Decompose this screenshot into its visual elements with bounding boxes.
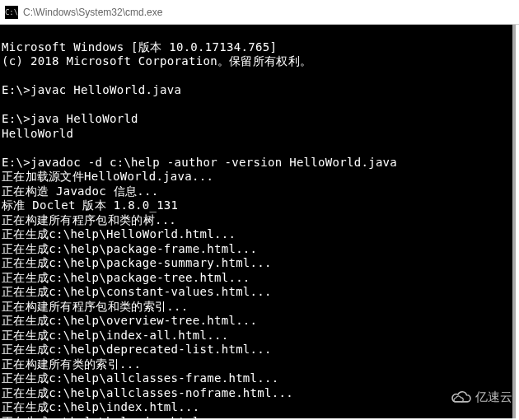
- output-line: 正在构建所有程序包和类的树...: [2, 213, 176, 226]
- output-line: 正在生成c:\help\HelloWorld.html...: [2, 227, 236, 240]
- output-line: 正在生成c:\help\package-summary.html...: [2, 256, 272, 269]
- watermark: 亿速云: [451, 390, 512, 405]
- output-line: 正在生成c:\help\index-all.html...: [2, 329, 228, 342]
- command-line: E:\>java HelloWorld: [2, 112, 138, 125]
- output-line: 正在生成c:\help\deprecated-list.html...: [2, 343, 272, 356]
- output-line: 正在生成c:\help\overview-tree.html...: [2, 314, 257, 327]
- watermark-text: 亿速云: [475, 390, 512, 405]
- cloud-icon: [451, 390, 472, 405]
- title-bar[interactable]: C:\ C:\Windows\System32\cmd.exe: [0, 0, 519, 25]
- command-line: E:\>javac HelloWorld.java: [2, 83, 181, 96]
- output-line: 正在构建所有程序包和类的索引...: [2, 300, 188, 313]
- output-line: 正在生成c:\help\package-tree.html...: [2, 271, 250, 284]
- output-line: 正在构建所有类的索引...: [2, 357, 141, 371]
- output-line: 正在生成c:\help\package-frame.html...: [2, 242, 257, 255]
- command-line: E:\>javadoc -d c:\help -author -version …: [2, 156, 397, 169]
- output-line: 正在生成c:\help\allclasses-noframe.html...: [2, 386, 293, 399]
- cmd-icon: C:\: [5, 6, 18, 19]
- output-line: 正在构造 Javadoc 信息...: [2, 184, 159, 198]
- output-line: 正在加载源文件HelloWorld.java...: [2, 170, 213, 183]
- output-line: 正在生成c:\help\constant-values.html...: [2, 285, 272, 298]
- output-line: (c) 2018 Microsoft Corporation。保留所有权利。: [2, 54, 311, 68]
- output-line: 正在生成c:\help\allclasses-frame.html...: [2, 371, 279, 385]
- window-title: C:\Windows\System32\cmd.exe: [23, 7, 162, 18]
- output-line: 标准 Doclet 版本 1.8.0_131: [2, 198, 178, 212]
- output-line: Microsoft Windows [版本 10.0.17134.765]: [2, 40, 277, 54]
- terminal-output[interactable]: Microsoft Windows [版本 10.0.17134.765] (c…: [0, 25, 516, 418]
- output-line: 正在生成c:\help\help-doc.html...: [2, 415, 222, 421]
- output-line: 正在生成c:\help\index.html...: [2, 400, 200, 413]
- output-line: HelloWorld: [2, 127, 73, 140]
